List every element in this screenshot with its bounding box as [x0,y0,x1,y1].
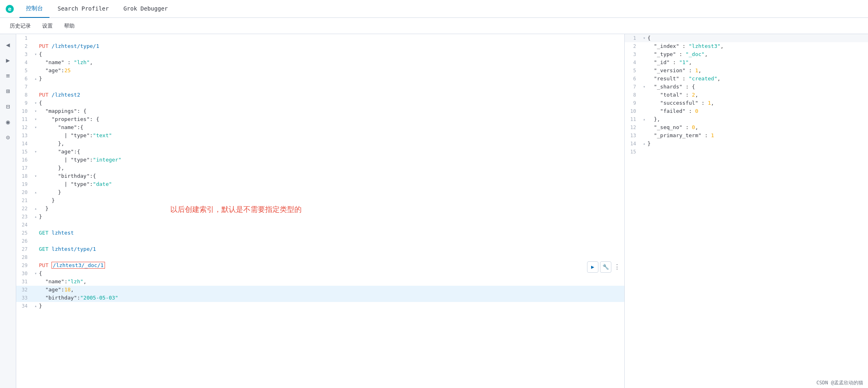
tab-search-profiler[interactable]: Search Profiler [51,0,115,18]
table-row: 5 "age":25 [16,67,624,75]
table-row: 10 ▾ "mappings": { [16,107,624,115]
table-row: 31 "name":"lzh", [16,278,624,286]
sidebar-icon-dot[interactable]: ◉ [1,114,15,129]
app-logo: e [3,2,16,15]
table-row: 9 ▾ { [16,99,624,107]
table-row: 5 "_version" : 1, [625,67,868,75]
table-row: 9 "successful" : 1, [625,99,868,107]
tab-console[interactable]: 控制台 [19,0,49,18]
table-row: 27 GET lzhtest/type/1 [16,245,624,253]
table-row: 11 ▴ }, [625,115,868,123]
table-row: 16 | "type":"integer" [16,156,624,164]
table-row: 2 PUT /lzhtest/type/1 [16,42,624,50]
table-row: 14 }, [16,140,624,148]
table-row: 8 "total" : 2, [625,91,868,99]
top-nav: e 控制台 Search Profiler Grok Debugger [0,0,868,18]
table-row: 13 | "type":"text" [16,131,624,140]
sidebar-icon-circle[interactable]: ⊙ [1,130,15,144]
table-row: 18 ▾ "birthday":{ [16,172,624,180]
sidebar-icon-remove[interactable]: ⊟ [1,99,15,114]
nav-history[interactable]: 历史记录 [5,18,36,34]
table-row: 7 [16,83,624,91]
table-row: 4 "name" : "lzh", [16,58,624,67]
sidebar-icon-add[interactable]: ⊞ [1,84,15,98]
table-row: 4 "_id" : "1", [625,58,868,67]
table-row: 28 [16,253,624,261]
table-row: 1 [16,34,624,42]
table-row: 10 "failed" : 0 [625,107,868,115]
table-row: 29 PUT /lzhtest3/_doc/1 ▶ 🔧 ⋮ [16,261,624,269]
sidebar-icon-menu[interactable]: ≡ [1,68,15,83]
table-row: 3 "_type" : "_doc", [625,50,868,58]
nav-settings[interactable]: 设置 [37,18,58,34]
table-row: 15 ▾ "age":{ [16,148,624,156]
response-panel: 1 ▾ { 2 "_index" : "lzhtest3", 3 "_type"… [625,34,868,388]
editor-area[interactable]: 1 2 PUT /lzhtest/type/1 3 ▾ { 4 "name" :… [16,34,625,388]
tab-grok-debugger[interactable]: Grok Debugger [117,0,174,18]
table-row: 26 [16,237,624,245]
table-row: 1 ▾ { [625,34,868,42]
table-row: 2 "_index" : "lzhtest3", [625,42,868,50]
table-row: 15 [625,148,868,156]
sidebar-icon-expand[interactable]: ▶ [1,53,15,67]
table-row: 14 ▴ } [625,140,868,148]
table-row: 33 "birthday":"2005-05-03" [16,294,624,302]
left-sidebar: ◀ ▶ ≡ ⊞ ⊟ ◉ ⊙ [0,34,16,388]
table-row: 23 ▴ } [16,213,624,221]
secondary-nav: 历史记录 设置 帮助 [0,18,868,34]
table-row: 11 ▾ "properties": { [16,115,624,123]
table-row: 22 ▴ } [16,205,624,213]
table-row: 3 ▾ { [16,50,624,58]
sidebar-icon-collapse[interactable]: ◀ [1,37,15,52]
footer: CSDN @孟孟欣动的猫 [812,378,868,388]
table-row: 34 ▴ } [16,302,624,310]
table-row: 12 ▾ "name":{ [16,123,624,131]
code-editor[interactable]: 1 2 PUT /lzhtest/type/1 3 ▾ { 4 "name" :… [16,34,624,388]
table-row: 8 PUT /lzhtest2 [16,91,624,99]
nav-help[interactable]: 帮助 [59,18,79,34]
table-row: 7 ▾ "_shards" : { [625,83,868,91]
table-row: 12 "_seq_no" : 0, [625,123,868,131]
table-row: 13 "_primary_term" : 1 [625,131,868,140]
table-row: 32 "age":18, [16,286,624,294]
table-row: 6 ▴ } [16,75,624,83]
wrench-button[interactable]: 🔧 [600,261,611,273]
more-button[interactable]: ⋮ [613,261,621,273]
svg-text:e: e [8,6,11,12]
main-layout: ◀ ▶ ≡ ⊞ ⊟ ◉ ⊙ 1 2 PUT /lzhtest/type/1 3 [0,34,868,388]
table-row: 24 [16,221,624,229]
run-button[interactable]: ▶ [587,261,598,273]
table-row: 21 } [16,196,624,205]
table-row: 30 ▾ { [16,269,624,278]
table-row: 20 ▴ } [16,188,624,196]
table-row: 25 GET lzhtest [16,229,624,237]
table-row: 17 }, [16,164,624,172]
table-row: 6 "result" : "created", [625,75,868,83]
table-row: 19 | "type":"date" [16,180,624,188]
